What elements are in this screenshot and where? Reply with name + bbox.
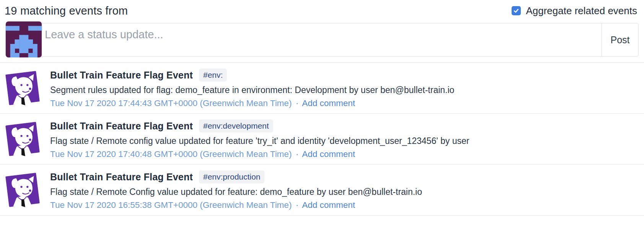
datadog-logo-icon <box>4 68 41 107</box>
status-update-input[interactable] <box>42 23 602 56</box>
event-description: Flag state / Remote Config value updated… <box>50 187 644 197</box>
meta-separator: · <box>296 149 299 159</box>
datadog-dog-avatar <box>4 119 41 158</box>
env-tag[interactable]: #env: <box>199 69 227 82</box>
datadog-dog-avatar <box>4 68 41 107</box>
pixel-identicon-icon <box>5 21 42 57</box>
env-tag[interactable]: #env:production <box>199 170 264 183</box>
event-timestamp-link[interactable]: Tue Nov 17 2020 16:55:38 GMT+0000 (Green… <box>50 200 292 210</box>
datadog-logo-icon <box>4 119 41 158</box>
meta-separator: · <box>296 98 299 108</box>
status-composer: Post <box>5 22 639 57</box>
add-comment-link[interactable]: Add comment <box>302 98 355 108</box>
add-comment-link[interactable]: Add comment <box>302 149 355 159</box>
event-row: Bullet Train Feature Flag Event #env: Se… <box>0 63 644 114</box>
event-title: Bullet Train Feature Flag Event <box>50 172 193 183</box>
aggregate-related-toggle[interactable]: Aggregate related events <box>512 5 637 17</box>
user-identicon-avatar <box>5 21 42 57</box>
meta-separator: · <box>296 200 299 210</box>
datadog-logo-icon <box>4 170 41 209</box>
event-title: Bullet Train Feature Flag Event <box>50 70 193 81</box>
events-header: 19 matching events from Aggregate relate… <box>0 0 644 18</box>
event-description: Segment rules updated for flag: demo_fea… <box>50 85 644 95</box>
event-body: Bullet Train Feature Flag Event #env:pro… <box>50 170 644 210</box>
event-timestamp-link[interactable]: Tue Nov 17 2020 17:44:43 GMT+0000 (Green… <box>50 98 292 108</box>
status-composer-box: Post <box>5 23 639 57</box>
checkmark-icon <box>513 8 519 14</box>
event-title: Bullet Train Feature Flag Event <box>50 121 193 132</box>
post-button[interactable]: Post <box>602 23 638 56</box>
env-tag[interactable]: #env:development <box>199 119 273 132</box>
event-body: Bullet Train Feature Flag Event #env:dev… <box>50 119 644 159</box>
add-comment-link[interactable]: Add comment <box>302 200 355 210</box>
event-body: Bullet Train Feature Flag Event #env: Se… <box>50 68 644 108</box>
aggregate-checkbox[interactable] <box>512 6 521 15</box>
event-row: Bullet Train Feature Flag Event #env:pro… <box>0 165 644 216</box>
page-title: 19 matching events from <box>5 5 128 17</box>
event-row: Bullet Train Feature Flag Event #env:dev… <box>0 114 644 165</box>
aggregate-label: Aggregate related events <box>526 5 637 17</box>
event-timestamp-link[interactable]: Tue Nov 17 2020 17:40:48 GMT+0000 (Green… <box>50 149 292 159</box>
datadog-dog-avatar <box>4 170 41 209</box>
event-description: Flag state / Remote config value updated… <box>50 136 644 146</box>
event-list: Bullet Train Feature Flag Event #env: Se… <box>0 62 644 216</box>
